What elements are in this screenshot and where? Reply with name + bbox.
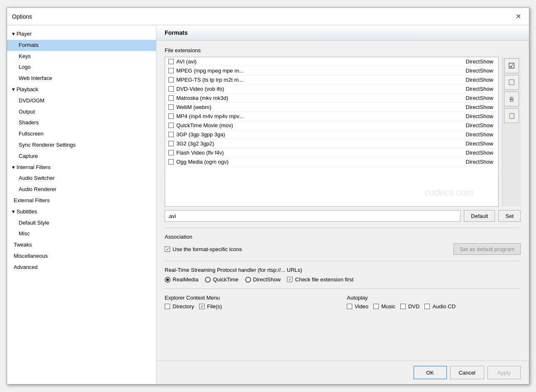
panel-header: Formats — [156, 25, 529, 41]
sidebar-item-capture[interactable]: Capture — [7, 151, 156, 162]
directory-option: Directory — [165, 303, 194, 310]
autoplay-audiocd-option: Audio CD — [424, 303, 456, 310]
select-all-button[interactable]: ☑ — [504, 58, 519, 73]
player-toggle-icon: ▾ — [12, 31, 17, 37]
cancel-button[interactable]: Cancel — [450, 366, 484, 379]
deselect-all-button[interactable]: ☐ — [504, 75, 519, 90]
use-format-icons-checkbox[interactable]: ✓ — [165, 247, 170, 252]
list-item[interactable]: Matroska (mkv mk3d) DirectShow — [165, 94, 498, 103]
sidebar-item-fullscreen[interactable]: Fullscreen — [7, 128, 156, 140]
internal-filters-toggle-icon: ▾ — [12, 164, 17, 170]
rtsp-realmedia-radio[interactable] — [165, 277, 171, 283]
webm-checkbox[interactable] — [168, 104, 174, 110]
sidebar-item-sync-renderer[interactable]: Sync Renderer Settings — [7, 140, 156, 151]
apply-button[interactable]: Apply — [487, 366, 521, 379]
matroska-checkbox[interactable] — [168, 95, 174, 101]
rtsp-directshow-label: DirectShow — [253, 276, 280, 283]
sidebar-item-advanced[interactable]: Advanced — [7, 262, 156, 273]
ogg-checkbox[interactable] — [168, 159, 174, 165]
video-checkbox[interactable] — [347, 304, 352, 309]
dvd-checkbox[interactable] — [400, 304, 406, 309]
list-item[interactable]: 3G2 (3g2 3gp2) DirectShow — [165, 139, 498, 148]
sidebar-item-external-filters[interactable]: External Filters — [7, 195, 156, 206]
list-item[interactable]: AVI (avi) DirectShow — [165, 57, 498, 66]
rtsp-realmedia-option[interactable]: RealMedia — [165, 276, 198, 283]
rtsp-quicktime-label: QuickTime — [213, 276, 239, 283]
sidebar-item-default-style[interactable]: Default Style — [7, 218, 156, 229]
file-ext-list[interactable]: AVI (avi) DirectShow MPEG (mpg mpeg mpe … — [165, 57, 498, 206]
list-item[interactable]: 3GP (3gp 3gpp 3ga) DirectShow — [165, 130, 498, 139]
mpegts-checkbox[interactable] — [168, 77, 174, 82]
divider-2 — [165, 261, 521, 261]
directory-checkbox[interactable] — [165, 304, 170, 309]
default-button[interactable]: Default — [464, 210, 495, 222]
rtsp-directshow-radio[interactable] — [245, 277, 251, 283]
mp4-checkbox[interactable] — [168, 114, 174, 119]
quicktime-checkbox[interactable] — [168, 123, 174, 128]
sidebar-item-logo[interactable]: Logo — [7, 62, 156, 73]
dvd-checkbox[interactable] — [168, 86, 174, 92]
check-file-ext-checkbox[interactable]: ✓ — [287, 277, 292, 282]
list-item[interactable]: Flash Video (flv f4v) DirectShow — [165, 148, 498, 157]
set-button[interactable]: Set — [498, 210, 521, 222]
list-item[interactable]: DVD-Video (vob ifo) DirectShow — [165, 85, 498, 94]
list-item[interactable]: WebM (webm) DirectShow — [165, 103, 498, 112]
title-bar: Options ✕ — [7, 8, 529, 25]
subtitles-toggle-icon: ▾ — [12, 208, 17, 215]
sidebar-item-output[interactable]: Output — [7, 106, 156, 118]
audiocd-checkbox[interactable] — [424, 304, 430, 309]
ok-button[interactable]: OK — [414, 366, 447, 379]
3g2-checkbox[interactable] — [168, 141, 174, 146]
use-format-icons-label: Use the format-specific icons — [173, 246, 242, 252]
3gp-checkbox[interactable] — [168, 132, 174, 137]
rtsp-quicktime-option[interactable]: QuickTime — [205, 276, 239, 283]
autoplay-section: Autoplay Video Music — [347, 295, 521, 310]
sidebar-item-web-interface[interactable]: Web Interface — [7, 73, 156, 84]
rtsp-quicktime-radio[interactable] — [205, 277, 211, 283]
music-checkbox[interactable] — [373, 304, 379, 309]
video-label: Video — [355, 303, 368, 310]
explorer-options-row: Directory ✓ File(s) — [165, 303, 339, 310]
avi-checkbox[interactable] — [168, 59, 174, 64]
copy-button[interactable]: ⎘ — [504, 92, 519, 106]
sidebar-item-formats[interactable]: Formats — [7, 40, 156, 51]
sidebar-item-internal-filters[interactable]: ▾ Internal Filters — [7, 162, 156, 173]
extension-input[interactable] — [165, 210, 460, 222]
ext-input-row: Default Set — [165, 210, 521, 222]
rtsp-label: Real-Time Streaming Protocol handler (fo… — [165, 267, 521, 273]
sidebar-item-subtitles[interactable]: ▾ Subtitles — [7, 206, 156, 218]
sidebar-item-miscellaneous[interactable]: Miscellaneous — [7, 251, 156, 262]
rtsp-directshow-option[interactable]: DirectShow — [245, 276, 280, 283]
paste-button[interactable]: 📋 — [504, 108, 519, 123]
files-checkbox[interactable]: ✓ — [199, 304, 205, 309]
sidebar-item-keys[interactable]: Keys — [7, 51, 156, 62]
flv-checkbox[interactable] — [168, 150, 174, 155]
sidebar-item-playback[interactable]: ▾ Playback — [7, 84, 156, 95]
autoplay-video-option: Video — [347, 303, 368, 310]
dialog-body: ▾ Player Formats Keys Logo Web Interface… — [7, 25, 529, 384]
autoplay-label: Autoplay — [347, 295, 521, 301]
audiocd-label: Audio CD — [432, 303, 456, 310]
sidebar-item-tweaks[interactable]: Tweaks — [7, 240, 156, 251]
sidebar-item-misc-sub[interactable]: Misc — [7, 228, 156, 240]
mpeg-checkbox[interactable] — [168, 68, 174, 73]
set-default-program-button[interactable]: Set as default program — [453, 243, 521, 255]
association-row: ✓ Use the format-specific icons Set as d… — [165, 243, 521, 255]
file-extensions-label: File extensions — [165, 47, 521, 53]
autoplay-dvd-option: DVD — [400, 303, 419, 310]
panel-body: File extensions AVI (avi) DirectShow — [156, 41, 529, 361]
dialog-title: Options — [12, 13, 32, 20]
sidebar-item-shaders[interactable]: Shaders — [7, 117, 156, 128]
list-item[interactable]: MPEG-TS (ts tp trp m2t m... DirectShow — [165, 75, 498, 85]
explorer-context-section: Explorer Context Menu Directory ✓ File(s… — [165, 295, 339, 310]
side-buttons-panel: ☑ ☐ ⎘ 📋 — [502, 57, 521, 207]
list-item[interactable]: MP4 (mp4 m4v mp4v mpv... DirectShow — [165, 112, 498, 121]
sidebar-item-player[interactable]: ▾ Player — [7, 29, 156, 40]
sidebar-item-audio-switcher[interactable]: Audio Switcher — [7, 173, 156, 184]
close-button[interactable]: ✕ — [512, 11, 524, 22]
sidebar-item-audio-renderer[interactable]: Audio Renderer — [7, 184, 156, 195]
list-item[interactable]: QuickTime Movie (mov) DirectShow — [165, 121, 498, 130]
list-item[interactable]: MPEG (mpg mpeg mpe m... DirectShow — [165, 66, 498, 75]
list-item[interactable]: Ogg Media (ogm ogv) DirectShow — [165, 157, 498, 167]
sidebar-item-dvd-ogm[interactable]: DVD/OGM — [7, 95, 156, 106]
